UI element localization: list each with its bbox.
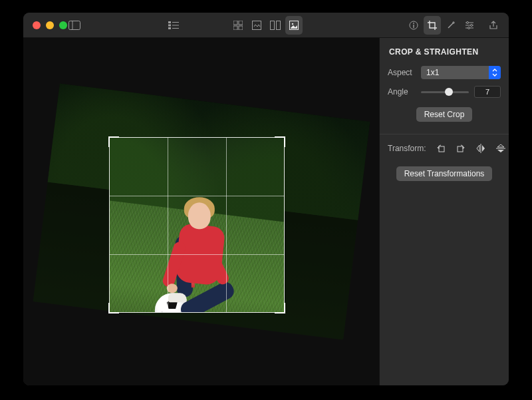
flip-vertical-icon[interactable] xyxy=(495,142,506,154)
compare-view-button[interactable] xyxy=(267,16,284,35)
crop-preview xyxy=(110,138,284,312)
svg-rect-3 xyxy=(172,22,179,23)
aspect-row: Aspect 1x1 xyxy=(388,66,501,79)
svg-rect-13 xyxy=(271,21,275,29)
svg-rect-12 xyxy=(253,21,261,29)
angle-slider[interactable] xyxy=(421,91,469,93)
crop-handle-top-left[interactable] xyxy=(108,136,119,147)
close-window-button[interactable] xyxy=(33,21,41,29)
info-button[interactable] xyxy=(405,16,422,35)
svg-rect-19 xyxy=(413,25,414,28)
photo-subject xyxy=(174,218,253,312)
magic-tool-button[interactable] xyxy=(442,16,460,35)
titlebar xyxy=(23,13,509,38)
svg-rect-4 xyxy=(168,24,171,26)
canvas-area[interactable] xyxy=(23,38,379,385)
reset-transformations-button[interactable]: Reset Transformations xyxy=(396,166,493,181)
rotate-cw-icon[interactable] xyxy=(456,142,466,154)
crop-handle-bottom-left[interactable] xyxy=(108,303,119,313)
panel-divider xyxy=(380,134,509,134)
grid-line xyxy=(110,196,284,196)
grid-view-button[interactable] xyxy=(229,16,247,35)
svg-rect-5 xyxy=(172,25,179,25)
aspect-select[interactable]: 1x1 xyxy=(421,66,501,79)
grid-line xyxy=(226,138,227,312)
adjust-button[interactable] xyxy=(461,16,478,35)
transform-label: Transform: xyxy=(388,144,426,153)
list-view-button[interactable] xyxy=(168,16,179,35)
grid-line xyxy=(110,254,284,255)
crop-handle-top-right[interactable] xyxy=(275,136,285,147)
svg-rect-2 xyxy=(168,21,171,23)
svg-point-18 xyxy=(413,23,414,24)
toolbar-right xyxy=(405,16,502,35)
svg-rect-8 xyxy=(233,21,237,25)
fullscreen-window-button[interactable] xyxy=(59,21,67,29)
svg-rect-6 xyxy=(168,27,171,29)
svg-rect-14 xyxy=(277,21,281,29)
rotate-ccw-icon[interactable] xyxy=(436,142,446,154)
full-view-button[interactable] xyxy=(285,16,303,35)
toggle-sidebar-button[interactable] xyxy=(68,16,80,35)
crop-tool-button[interactable] xyxy=(424,16,441,35)
app-window: CROP & STRAIGHTEN Aspect 1x1 Angle xyxy=(23,12,509,386)
minimize-window-button[interactable] xyxy=(46,21,54,29)
view-mode-group xyxy=(229,16,303,35)
aspect-label: Aspect xyxy=(388,68,416,77)
crop-frame[interactable] xyxy=(110,138,284,312)
angle-row: Angle 7 xyxy=(388,86,501,98)
svg-rect-9 xyxy=(239,21,243,25)
svg-point-22 xyxy=(468,27,470,29)
crop-handle-bottom-right[interactable] xyxy=(275,303,285,313)
dropdown-caret-icon xyxy=(489,66,501,79)
app-body: CROP & STRAIGHTEN Aspect 1x1 Angle xyxy=(23,38,509,385)
svg-rect-10 xyxy=(233,26,237,30)
svg-rect-23 xyxy=(439,146,444,152)
flip-horizontal-icon[interactable] xyxy=(475,142,486,154)
aspect-value: 1x1 xyxy=(426,68,439,77)
svg-rect-7 xyxy=(172,28,179,29)
single-view-button[interactable] xyxy=(248,16,265,35)
svg-point-21 xyxy=(471,24,473,26)
crop-panel: CROP & STRAIGHTEN Aspect 1x1 Angle xyxy=(379,38,509,385)
transform-row: Transform: xyxy=(388,142,501,154)
slider-thumb[interactable] xyxy=(445,88,453,96)
svg-rect-24 xyxy=(458,146,463,152)
reset-crop-button[interactable]: Reset Crop xyxy=(416,107,473,122)
window-controls xyxy=(33,21,67,29)
angle-field[interactable]: 7 xyxy=(474,86,501,98)
share-button[interactable] xyxy=(485,16,502,35)
svg-rect-0 xyxy=(69,21,80,29)
svg-point-16 xyxy=(292,23,293,24)
grid-line xyxy=(168,138,168,312)
svg-point-20 xyxy=(467,21,469,23)
svg-rect-11 xyxy=(239,26,243,30)
angle-label: Angle xyxy=(388,87,416,97)
panel-title: CROP & STRAIGHTEN xyxy=(389,47,501,57)
